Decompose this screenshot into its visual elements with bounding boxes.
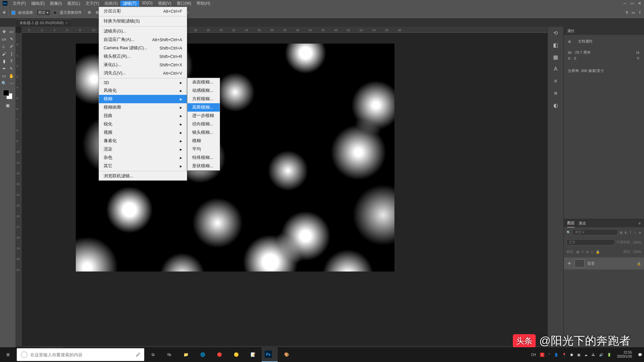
cloud-icon[interactable]: ☁: [584, 353, 588, 357]
filter-menu-item[interactable]: 杂色▶: [99, 154, 187, 162]
blur-menu-item[interactable]: 动感模糊...: [187, 86, 220, 95]
filter-icon[interactable]: ▭: [634, 231, 637, 234]
blur-menu-item[interactable]: 特殊模糊...: [187, 154, 220, 162]
layer-row[interactable]: 👁 背景 🔒: [564, 257, 644, 269]
blur-menu-item[interactable]: 模糊: [187, 137, 220, 145]
blur-menu-item[interactable]: 径向模糊...: [187, 120, 220, 128]
filter-menu-item[interactable]: 风格化▶: [99, 86, 187, 95]
layers-tab[interactable]: 图层: [567, 219, 575, 228]
notifications-icon[interactable]: 💬: [638, 353, 642, 357]
opacity-value[interactable]: 100%: [633, 241, 641, 244]
filter-menu-item[interactable]: 自适应广角(A)...Alt+Shift+Ctrl+A: [99, 36, 187, 44]
filter-icon[interactable]: ▦: [620, 231, 623, 234]
people-icon[interactable]: 👤: [554, 353, 558, 357]
shape-tool[interactable]: ▭: [1, 72, 7, 79]
layer-lock-icon[interactable]: 🔒: [637, 261, 641, 266]
align-icon[interactable]: ▦: [88, 10, 93, 15]
windows-search[interactable]: 🎤: [17, 348, 144, 361]
notepad-app[interactable]: 📝: [245, 347, 261, 362]
lock-icon[interactable]: ✥: [586, 250, 589, 254]
menu-帮助(H)[interactable]: 帮助(H): [194, 1, 213, 6]
lock-icon[interactable]: ▦: [576, 250, 579, 254]
libraries-panel-icon[interactable]: ◐: [552, 102, 559, 109]
auto-select-dropdown[interactable]: 图层 ▾: [37, 9, 50, 16]
clone-tool[interactable]: ⟆: [8, 50, 15, 57]
maximize-button[interactable]: ▭: [630, 1, 634, 6]
menu-选择(S)[interactable]: 选择(S): [102, 1, 120, 6]
network-icon[interactable]: 🖧: [592, 353, 595, 357]
menu-图像(I)[interactable]: 图像(I): [47, 1, 64, 6]
share-icon[interactable]: ⇪: [638, 10, 641, 15]
blur-menu-item[interactable]: 进一步模糊: [187, 112, 220, 120]
browser-app[interactable]: 🌐: [195, 347, 211, 362]
move-tool[interactable]: ✥: [1, 28, 7, 35]
menu-滤镜(T)[interactable]: 滤镜(T): [120, 1, 139, 6]
brush-tool[interactable]: 🖌: [1, 50, 7, 57]
panel-menu-icon[interactable]: ≡: [639, 220, 641, 227]
close-button[interactable]: ✕: [638, 1, 641, 6]
task-view-button[interactable]: ⧉: [145, 347, 161, 362]
photoshop-app[interactable]: Ps: [262, 347, 278, 362]
store-app[interactable]: 🛍: [161, 347, 177, 362]
mic-icon[interactable]: 🎤: [136, 352, 140, 357]
hand-tool[interactable]: ✋: [8, 72, 15, 79]
filter-menu-item[interactable]: 液化(L)...Shift+Ctrl+X: [99, 61, 187, 69]
blur-menu-item[interactable]: 形状模糊...: [187, 162, 220, 170]
properties-panel-header[interactable]: 属性: [564, 27, 644, 35]
filter-menu-item[interactable]: 3D▶: [99, 79, 187, 86]
ime-icon[interactable]: S: [540, 353, 544, 357]
blur-menu-item[interactable]: 镜头模糊...: [187, 128, 220, 137]
menu-文件(F)[interactable]: 文件(F): [10, 1, 29, 6]
paragraph-panel-icon[interactable]: ≡: [552, 78, 559, 84]
explorer-app[interactable]: 📁: [178, 347, 194, 362]
blur-menu-item[interactable]: 平均: [187, 145, 220, 154]
battery-icon[interactable]: 🔋: [607, 353, 611, 357]
clock[interactable]: 22:55 2020/1/30: [615, 351, 634, 359]
minimize-button[interactable]: ─: [623, 1, 626, 6]
filter-menu-item[interactable]: 锐化▶: [99, 120, 187, 128]
lock-icon[interactable]: ▭: [591, 250, 594, 254]
tray-icon[interactable]: ▣: [577, 353, 580, 357]
tray-up-icon[interactable]: ˄: [548, 353, 550, 357]
path-tool[interactable]: ↖: [8, 65, 15, 72]
menu-图层(L)[interactable]: 图层(L): [65, 1, 83, 6]
show-transform-checkbox[interactable]: [53, 11, 57, 15]
crop-tool[interactable]: ⟀: [1, 43, 7, 50]
blend-mode-dropdown[interactable]: 正常: [567, 239, 614, 245]
menu-3D(D)[interactable]: 3D(D): [139, 1, 155, 6]
filter-menu-item[interactable]: 分层云彩Alt+Ctrl+F: [99, 7, 187, 15]
filter-menu-item[interactable]: 滤镜库(G)...: [99, 27, 187, 36]
menu-视图(V)[interactable]: 视图(V): [155, 1, 174, 6]
filter-menu-item[interactable]: 视频▶: [99, 128, 187, 137]
lasso-tool[interactable]: ᔕ: [1, 36, 7, 42]
menu-窗口(W)[interactable]: 窗口(W): [174, 1, 194, 6]
layer-name[interactable]: 背景: [587, 261, 595, 266]
filter-menu-item[interactable]: 模糊画廊▶: [99, 103, 187, 112]
fill-value[interactable]: 100%: [633, 250, 641, 254]
eyedropper-tool[interactable]: ✐: [8, 43, 15, 50]
filter-menu-item[interactable]: 浏览联机滤镜...: [99, 172, 187, 180]
character-panel-icon[interactable]: A: [552, 66, 559, 72]
volume-icon[interactable]: 🔊: [599, 353, 603, 357]
color-swatch[interactable]: [3, 90, 12, 99]
layer-filter-dropdown[interactable]: 类型 ▾: [573, 229, 618, 235]
menu-文字(Y)[interactable]: 文字(Y): [83, 1, 102, 6]
filter-menu-item[interactable]: 消失点(V)...Alt+Ctrl+V: [99, 69, 187, 77]
close-tab-icon[interactable]: ×: [66, 21, 68, 25]
channels-tab[interactable]: 通道: [579, 220, 586, 227]
foreground-color[interactable]: [3, 90, 9, 96]
history-panel-icon[interactable]: ⟲: [552, 29, 559, 36]
filter-icon[interactable]: ◈: [639, 231, 641, 234]
adjustments-panel-icon[interactable]: ✕: [552, 90, 559, 97]
gradient-tool[interactable]: ▮: [1, 58, 7, 64]
search-icon[interactable]: ⚲: [626, 10, 628, 15]
filter-menu-item[interactable]: 像素化▶: [99, 137, 187, 145]
type-tool[interactable]: T: [8, 58, 15, 64]
filter-search-icon[interactable]: 🔍: [567, 231, 571, 234]
filter-menu-item[interactable]: 镜头校正(R)...Shift+Ctrl+R: [99, 52, 187, 61]
more-tools[interactable]: ⋯: [8, 80, 15, 86]
filter-menu-item[interactable]: 其它▶: [99, 162, 187, 170]
quick-mask-toggle[interactable]: ▣: [4, 102, 11, 109]
filter-menu-item[interactable]: 转换为智能滤镜(S): [99, 17, 187, 25]
tray-icon[interactable]: ⬢: [570, 353, 573, 357]
